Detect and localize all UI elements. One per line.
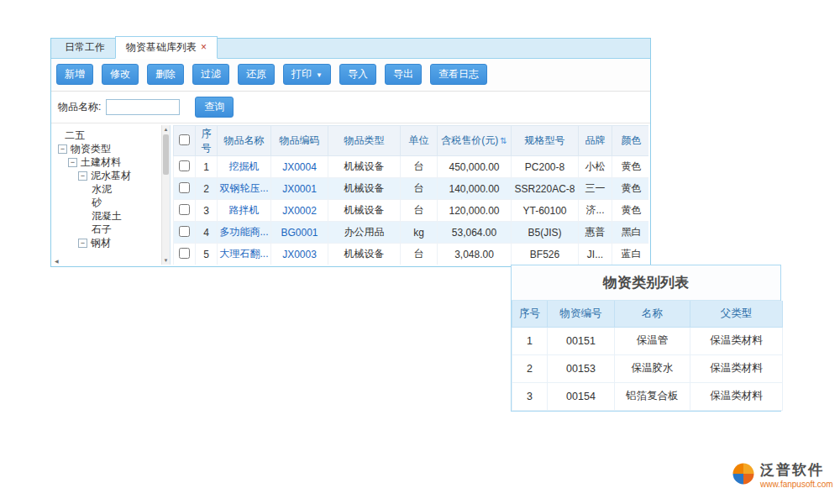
item-name-link[interactable]: 双钢轮压... (219, 182, 268, 194)
row-checkbox[interactable] (179, 248, 190, 259)
table-row[interactable]: 3 00154 铝箔复合板 保温类材料 (512, 382, 783, 410)
row-checkbox[interactable] (179, 182, 190, 193)
tree-item[interactable]: − 泥水基材 (53, 169, 170, 182)
cat-header-seq: 序号 (512, 301, 548, 327)
query-button[interactable]: 查询 (195, 97, 234, 118)
cell-item-name: 双钢轮压... (218, 178, 271, 200)
table-row[interactable]: 5 大理石翻... JX0003 机械设备 台 3,048.00 BF526 J… (174, 244, 649, 265)
cell-spec: PC200-8 (512, 156, 579, 178)
header-checkbox-cell (174, 126, 196, 156)
scrollbar-thumb[interactable] (163, 134, 169, 175)
modify-button[interactable]: 修改 (102, 64, 139, 85)
search-bar: 物品名称: 查询 (51, 92, 650, 123)
tab-daily-work[interactable]: 日常工作 (55, 37, 115, 58)
collapse-icon[interactable]: − (58, 144, 67, 154)
cell-unit: kg (401, 222, 438, 244)
item-name-input[interactable] (106, 99, 180, 115)
tree-vertical-scrollbar[interactable]: ▲ ▼ (161, 125, 170, 265)
item-code-link[interactable]: JX0003 (282, 249, 317, 260)
cell-price: 53,064.00 (438, 222, 512, 244)
delete-button[interactable]: 删除 (147, 64, 184, 85)
row-checkbox[interactable] (179, 226, 190, 237)
item-name-link[interactable]: 路拌机 (229, 204, 260, 216)
cell-color: 蓝白 (612, 244, 649, 265)
tab-materials-library[interactable]: 物资基础库列表× (115, 36, 218, 59)
cell-price: 140,000.00 (438, 178, 512, 200)
window-content: 二五 − 物资类型 − 土建材料 − 泥水基材 水泥 砂 混凝土 (51, 123, 650, 266)
scroll-up-icon[interactable]: ▲ (162, 125, 170, 134)
category-tree: 二五 − 物资类型 − 土建材料 − 泥水基材 水泥 砂 混凝土 (53, 125, 171, 265)
cell-seq: 3 (196, 200, 218, 222)
item-code-link[interactable]: BG0001 (281, 227, 318, 239)
tree-item-label: 石子 (92, 223, 112, 236)
close-tab-icon[interactable]: × (201, 41, 207, 53)
table-row[interactable]: 3 路拌机 JX0002 机械设备 台 120,000.00 YT-60100 … (174, 200, 649, 222)
header-seq: 序号 (196, 126, 218, 156)
cell-item-code: JX0003 (271, 244, 328, 265)
tree-item[interactable]: − 土建材料 (53, 155, 170, 169)
table-row[interactable]: 1 挖掘机 JX0004 机械设备 台 450,000.00 PC200-8 小… (174, 156, 649, 178)
cat-cell-name: 铝箔复合板 (615, 382, 690, 410)
cell-item-name: 大理石翻... (218, 244, 271, 265)
print-button[interactable]: 打印▼ (283, 64, 331, 85)
tree-item[interactable]: 二五 (53, 129, 170, 142)
row-checkbox-cell (174, 200, 196, 222)
tab-materials-library-label: 物资基础库列表 (126, 41, 197, 53)
sort-icon[interactable]: ⇅ (500, 136, 507, 145)
import-button[interactable]: 导入 (339, 64, 376, 85)
header-item-code: 物品编码 (271, 126, 328, 156)
row-checkbox[interactable] (179, 160, 190, 171)
collapse-icon[interactable]: − (78, 239, 87, 248)
table-row[interactable]: 1 00151 保温管 保温类材料 (512, 327, 783, 354)
item-name-link[interactable]: 多功能商... (219, 226, 268, 238)
item-name-link[interactable]: 挖掘机 (229, 160, 260, 172)
header-item-type: 物品类型 (328, 126, 401, 156)
cat-header-parent: 父类型 (690, 301, 783, 327)
tree-item[interactable]: − 钢材 (53, 236, 170, 249)
collapse-icon[interactable]: − (78, 171, 87, 181)
cell-spec: BF526 (512, 244, 579, 265)
header-color: 颜色 (612, 126, 649, 156)
tree-item[interactable]: − 物资类型 (53, 142, 170, 155)
collapse-icon[interactable]: − (68, 158, 77, 167)
cell-price: 120,000.00 (438, 200, 512, 222)
tree-item-label: 土建材料 (81, 155, 121, 169)
tab-bar: 日常工作 物资基础库列表× (51, 39, 650, 59)
cell-item-type: 机械设备 (328, 156, 401, 178)
tree-item-label: 混凝土 (92, 209, 122, 223)
item-name-link[interactable]: 大理石翻... (219, 248, 268, 260)
table-row[interactable]: 2 双钢轮压... JX0001 机械设备 台 140,000.00 SSR22… (174, 178, 649, 200)
cell-price: 3,048.00 (438, 244, 512, 265)
category-list-panel: 物资类别列表 序号 物资编号 名称 父类型 1 00151 保温管 保温类材料 … (511, 265, 781, 412)
tree-item[interactable]: 混凝土 (53, 209, 170, 223)
item-code-link[interactable]: JX0004 (282, 161, 317, 173)
cat-cell-name: 保温胶水 (615, 354, 690, 382)
cell-seq: 4 (196, 222, 218, 244)
row-checkbox-cell (174, 156, 196, 178)
tree-item[interactable]: 砂 (53, 196, 170, 209)
restore-button[interactable]: 还原 (238, 64, 275, 85)
fanpu-pinwheel-icon (731, 461, 756, 486)
tree-item[interactable]: 石子 (53, 223, 170, 236)
header-price-label: 含税售价(元) (441, 134, 498, 146)
item-code-link[interactable]: JX0001 (282, 183, 317, 195)
tree-item[interactable]: 水泥 (53, 182, 170, 196)
table-row[interactable]: 4 多功能商... BG0001 办公用品 kg 53,064.00 B5(JI… (174, 222, 649, 244)
header-price: 含税售价(元)⇅ (438, 126, 512, 156)
view-log-button[interactable]: 查看日志 (430, 64, 487, 85)
table-row[interactable]: 2 00153 保温胶水 保温类材料 (512, 354, 783, 382)
header-unit: 单位 (401, 126, 438, 156)
select-all-checkbox[interactable] (179, 134, 190, 145)
row-checkbox[interactable] (179, 204, 190, 215)
scroll-left-icon[interactable]: ◀ (55, 258, 59, 264)
cell-color: 黑白 (612, 222, 649, 244)
cell-seq: 5 (196, 244, 218, 265)
export-button[interactable]: 导出 (385, 64, 422, 85)
row-checkbox-cell (174, 178, 196, 200)
scroll-down-icon[interactable]: ▼ (162, 256, 170, 265)
cat-header-name: 名称 (615, 301, 690, 327)
item-code-link[interactable]: JX0002 (282, 205, 317, 217)
filter-button[interactable]: 过滤 (192, 64, 229, 85)
add-button[interactable]: 新增 (56, 64, 93, 85)
vendor-url-link[interactable]: www.fanpusoft.com (760, 480, 833, 489)
